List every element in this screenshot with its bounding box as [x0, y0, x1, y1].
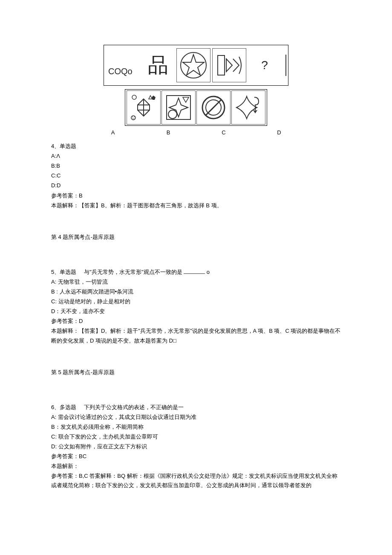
option-b-icon	[164, 93, 193, 122]
question-mark: ?	[261, 55, 268, 76]
question-6: 6、多选题 下列关于公文格式的表述，不正确的是一 A: 需会议讨论通过的公文，其…	[51, 403, 341, 491]
figure-cell-5: ?	[248, 49, 281, 82]
q4-opt-a: A:Λ	[51, 151, 341, 161]
answer-labels-row: A B C D	[51, 128, 341, 137]
q4-opt-d: D:D	[51, 181, 341, 190]
svg-rect-1	[218, 55, 225, 75]
q6-header-num: 6、多选题	[51, 404, 76, 410]
q6-ref-answer: 参考答案：BC	[51, 452, 341, 461]
q6-opt-a: A: 需会议讨论通过的公文，其成文日期以会议通过日期为准	[51, 413, 341, 422]
option-c-icon	[199, 93, 228, 122]
q4-opt-c: C:C	[51, 171, 341, 180]
figure-cell-2: 品	[141, 49, 175, 82]
svg-point-5	[134, 116, 135, 117]
label-b: B	[151, 128, 185, 137]
answer-figure-a	[127, 90, 161, 125]
svg-point-7	[168, 110, 177, 119]
option-a-icon	[129, 93, 158, 122]
svg-point-2	[132, 95, 136, 99]
figure-sequence-box: COQo 品 ?	[104, 45, 288, 86]
label-a: A	[96, 128, 130, 137]
q5-opt-b: B : 人永远不能两次踏进同•条河流	[51, 287, 341, 296]
q6-header-text: 下列关于公文格式的表述，不正确的是一	[84, 404, 184, 410]
q4-opt-b: B:B	[51, 161, 341, 171]
q5-header-suffix: o	[207, 269, 210, 275]
answer-figures-box	[125, 89, 267, 126]
figure-cell-4	[212, 48, 246, 82]
q6-opt-c: C: 联合下发的公文，主办机关加盖公章即可	[51, 432, 341, 442]
q5-header-num: 5、单选题	[51, 269, 76, 275]
svg-point-4	[132, 116, 133, 117]
answer-figure-c	[196, 90, 231, 125]
option-d-icon	[234, 93, 263, 122]
q5-opt-a: A: 无物常驻，一切皆流	[51, 277, 341, 287]
q4-ref-answer: 参考答案：B	[51, 191, 341, 200]
figure-cell-1: COQo	[107, 49, 140, 82]
figure-cell-1-text: COQo	[108, 64, 133, 78]
q6-opt-d: D: 公文如有附件，应在正文左下方标识	[51, 442, 341, 451]
q5-header: 5、单选题 与"兵无常势，水无常形"观点不一致的是 o	[51, 267, 341, 277]
q4-header: 4、单选题	[51, 142, 341, 151]
q5-ref-answer: 参考答案：D	[51, 317, 341, 326]
label-c: C	[207, 128, 241, 137]
q5-header-text: 与"兵无常势，水无常形"观点不一致的是	[84, 269, 182, 275]
q5-opt-c: C: 运动是绝对的，静止是相对的	[51, 297, 341, 306]
divider-bar	[285, 55, 286, 76]
q5-footer: 第 5 题所属考点-题库原题	[51, 368, 341, 377]
q6-header: 6、多选题 下列关于公文格式的表述，不正确的是一	[51, 403, 341, 412]
star-in-circle-icon	[179, 50, 208, 80]
q5-explanation: 本题解释：【答案】D。解析：题干"兵无常势，水无常形"说的是变化发展的意思，A …	[51, 326, 341, 345]
blank-line	[184, 268, 205, 274]
answer-figure-b	[161, 90, 196, 125]
q6-explain-label: 本题解新：	[51, 462, 341, 471]
question-figure-row: COQo 品 ?	[51, 45, 341, 86]
question-5: 5、单选题 与"兵无常势，水无常形"观点不一致的是 o A: 无物常驻，一切皆流…	[51, 267, 341, 377]
answer-figure-d	[231, 90, 265, 125]
q5-opt-d: D：天不变，道亦不变	[51, 307, 341, 316]
q6-opt-b: B：发文机关必须用全称，不能用简称	[51, 422, 341, 432]
answer-figure-row	[51, 89, 341, 126]
q4-footer: 第 4 题所属考点-题库原题	[51, 232, 341, 242]
figure-cell-3	[176, 48, 210, 82]
abstract-shapes-icon	[214, 50, 244, 80]
label-d: D	[262, 128, 296, 137]
svg-point-0	[181, 52, 206, 78]
q4-explanation: 本题解释：【答案】B。解析：题干图形都含有三角形，故选择 B 项。	[51, 201, 341, 210]
question-4: 4、单选题 A:Λ B:B C:C D:D 参考答案：B 本题解释：【答案】B。…	[51, 142, 341, 242]
q6-explanation: 参考答案：B,C 答案解释：BQ 解析：根据《国家行政机关公文处理办法》规定：发…	[51, 471, 341, 490]
